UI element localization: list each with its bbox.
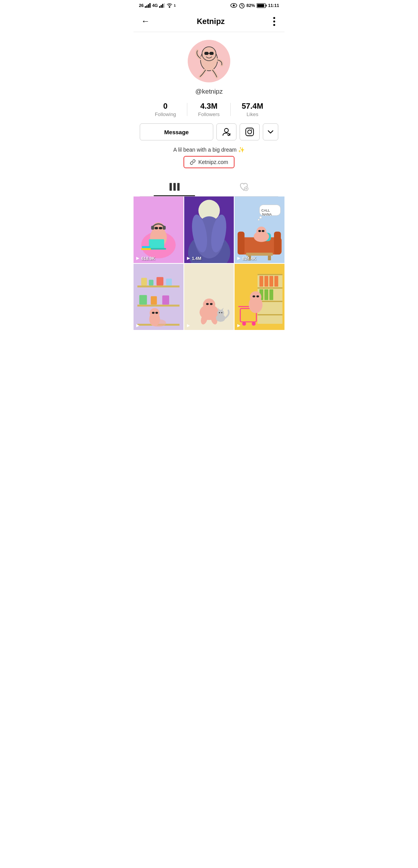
svg-rect-64 xyxy=(259,230,261,232)
svg-rect-16 xyxy=(257,4,264,7)
status-right: 82% 11:11 xyxy=(230,2,279,9)
svg-marker-82 xyxy=(136,324,139,327)
video-thumb-5[interactable] xyxy=(184,264,234,330)
svg-rect-72 xyxy=(156,277,163,285)
tab-videos[interactable] xyxy=(140,178,209,196)
svg-line-13 xyxy=(242,6,243,6)
follow-icon xyxy=(221,127,231,137)
back-button[interactable]: ← xyxy=(140,15,151,28)
more-options-dropdown-button[interactable] xyxy=(263,123,278,140)
svg-point-84 xyxy=(203,298,215,311)
video-views-2: 1.4M xyxy=(187,256,201,261)
video-thumb-2[interactable]: 1.4M xyxy=(184,196,234,263)
svg-rect-38 xyxy=(159,227,162,229)
battery-text: 82% xyxy=(247,3,255,8)
video-views-3: 824.4K xyxy=(237,256,256,261)
svg-rect-70 xyxy=(141,278,147,285)
svg-point-90 xyxy=(217,309,224,316)
signal-icon xyxy=(145,3,151,8)
svg-rect-102 xyxy=(265,276,269,287)
play-icon-1 xyxy=(136,256,140,260)
likes-value: 57.4M xyxy=(242,102,263,111)
svg-point-22 xyxy=(224,128,228,132)
svg-rect-3 xyxy=(149,3,151,8)
stat-following[interactable]: 0 Following xyxy=(144,102,187,117)
more-dot-1 xyxy=(273,17,275,19)
video-thumb-1[interactable]: 618.9K xyxy=(134,196,183,263)
svg-rect-1 xyxy=(146,5,147,8)
chevron-down-icon xyxy=(268,130,273,134)
svg-rect-15 xyxy=(266,5,267,7)
svg-point-109 xyxy=(242,322,246,326)
network-type: 4G xyxy=(152,3,158,8)
svg-rect-67 xyxy=(137,285,180,287)
instagram-button[interactable] xyxy=(240,123,260,140)
svg-point-114 xyxy=(250,291,262,302)
svg-rect-5 xyxy=(161,5,162,8)
svg-point-93 xyxy=(219,312,220,313)
followers-label: Followers xyxy=(198,111,220,117)
svg-marker-95 xyxy=(187,324,190,327)
svg-rect-115 xyxy=(253,295,255,297)
svg-text:NANA: NANA xyxy=(262,212,272,216)
svg-rect-20 xyxy=(209,52,214,55)
svg-rect-0 xyxy=(145,6,146,8)
svg-point-53 xyxy=(260,216,262,219)
play-icon-2 xyxy=(187,256,190,260)
video-thumb-6[interactable] xyxy=(235,264,284,330)
alarm-icon xyxy=(239,2,245,9)
followers-value: 4.3M xyxy=(200,102,217,111)
grid-videos-icon xyxy=(169,183,180,191)
svg-rect-6 xyxy=(162,4,163,8)
svg-point-110 xyxy=(252,322,256,326)
stat-followers[interactable]: 4.3M Followers xyxy=(187,102,231,117)
eye-icon xyxy=(230,3,237,8)
more-dot-3 xyxy=(273,24,275,26)
svg-rect-4 xyxy=(159,6,160,8)
video-thumb-3[interactable]: CALL NANA 824.4K xyxy=(235,196,284,263)
play-icon-4 xyxy=(136,324,140,328)
svg-rect-107 xyxy=(269,289,273,300)
following-value: 0 xyxy=(163,102,168,111)
tab-liked[interactable] xyxy=(209,178,278,196)
svg-point-63 xyxy=(257,227,267,237)
svg-rect-57 xyxy=(274,232,281,255)
svg-rect-73 xyxy=(166,279,172,285)
svg-rect-86 xyxy=(210,303,212,305)
message-button[interactable]: Message xyxy=(140,123,213,140)
profile-link[interactable]: Ketnipz.com xyxy=(183,156,234,168)
profile-section: @ketnipz 0 Following 4.3M Followers 57.4… xyxy=(134,32,284,196)
link-icon xyxy=(190,159,196,165)
follow-button[interactable] xyxy=(216,123,236,140)
page-title: Ketnipz xyxy=(197,17,224,26)
play-icon-5 xyxy=(187,324,190,328)
svg-rect-42 xyxy=(142,246,151,248)
svg-point-94 xyxy=(221,312,222,313)
svg-marker-49 xyxy=(187,257,190,260)
top-nav: ← Ketnipz xyxy=(134,11,284,32)
svg-rect-76 xyxy=(162,295,169,304)
battery-icon xyxy=(257,3,267,8)
svg-rect-60 xyxy=(268,256,271,260)
bio-link-text: Ketnipz.com xyxy=(198,159,228,165)
svg-point-18 xyxy=(202,47,216,61)
svg-rect-37 xyxy=(154,227,158,229)
back-icon: ← xyxy=(141,16,150,26)
svg-rect-106 xyxy=(265,289,269,300)
video-grid: 618.9K 1.4M CALL NANA xyxy=(134,196,284,330)
svg-rect-27 xyxy=(173,183,176,191)
svg-rect-36 xyxy=(163,226,166,230)
stat-likes[interactable]: 57.4M Likes xyxy=(231,102,274,117)
instagram-icon xyxy=(245,127,254,137)
liked-icon xyxy=(239,182,249,191)
play-icon-6 xyxy=(237,324,241,328)
video-thumb-4[interactable] xyxy=(134,264,183,330)
svg-marker-66 xyxy=(237,257,240,260)
svg-rect-65 xyxy=(262,230,265,232)
tabs-row xyxy=(140,178,278,196)
svg-rect-97 xyxy=(258,274,283,275)
svg-rect-41 xyxy=(141,248,151,250)
wifi-badge: 1 xyxy=(174,3,176,7)
svg-point-54 xyxy=(258,219,260,220)
more-options-button[interactable] xyxy=(270,15,278,27)
